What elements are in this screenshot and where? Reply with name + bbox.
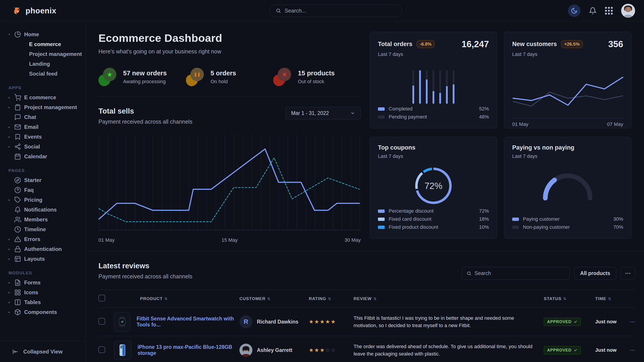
caret-right-icon: ▸ [8, 145, 14, 149]
select-all-checkbox[interactable] [98, 295, 105, 301]
avatar-image [621, 4, 635, 18]
user-avatar[interactable] [621, 4, 635, 18]
row-actions-button[interactable]: ⋯ [624, 308, 635, 336]
card-period: Last 7 days [512, 51, 623, 57]
product-link[interactable]: iPhone 13 pro max-Pacific Blue-128GB sto… [138, 344, 240, 356]
sidebar-item-tables[interactable]: ▸Tables [0, 297, 85, 307]
product-thumbnail[interactable] [114, 341, 131, 360]
bell-icon[interactable] [589, 7, 596, 14]
help-circle-icon [14, 187, 21, 193]
stat-value: 57 new orders [123, 69, 167, 77]
collapsed-view-toggle[interactable]: Collapsed View [0, 341, 85, 362]
sidebar-item-errors[interactable]: ▸Errors [0, 234, 85, 244]
sidebar-item-chat[interactable]: Chat [0, 112, 85, 122]
sidebar-item-label: Forms [24, 280, 40, 286]
sidebar-item-forms[interactable]: ▸Forms [0, 278, 85, 288]
sidebar-item-icons[interactable]: ▸Icons [0, 288, 85, 297]
column-header-rating[interactable]: RATING⇅ [309, 290, 354, 308]
sort-icon: ⇅ [563, 297, 566, 301]
card-period: Last 7 days [378, 51, 489, 57]
total-sells-subtitle: Payment received across all channels [98, 118, 192, 125]
columns-icon [14, 299, 21, 306]
top-coupons-legend: Percentage discount72%Fixed card discoun… [378, 207, 489, 231]
card-title: Top coupons [378, 144, 415, 151]
sidebar-item-members[interactable]: Members [0, 215, 85, 225]
global-search-input[interactable] [285, 7, 396, 14]
column-header-customer[interactable]: CUSTOMER⇅ [240, 290, 309, 308]
product-thumbnail[interactable] [114, 312, 130, 331]
sidebar-item-events[interactable]: ▸Events [0, 132, 85, 142]
all-products-button[interactable]: All products [574, 267, 616, 280]
sidebar-item-timeline[interactable]: Timeline [0, 225, 85, 234]
sidebar-item-label: Starter [24, 177, 42, 183]
table-row: iPhone 13 pro max-Pacific Blue-128GB sto… [98, 336, 635, 362]
caret-down-icon: ▾ [8, 32, 14, 36]
caret-right-icon: ▸ [8, 125, 14, 129]
reviews-search-input[interactable] [474, 270, 565, 276]
box-icon [14, 309, 21, 316]
sidebar-item-social[interactable]: ▸Social [0, 142, 85, 152]
row-checkbox[interactable] [98, 346, 105, 353]
column-header-status[interactable]: STATUS⇅ [544, 290, 595, 308]
column-header-review[interactable]: REVIEW⇅ [354, 290, 544, 308]
brand-logo[interactable]: phoenix [12, 6, 56, 16]
sidebar-item-layouts[interactable]: ▸Layouts [0, 254, 85, 264]
theme-toggle-button[interactable] [568, 4, 580, 17]
sidebar-item-email[interactable]: ▸Email [0, 122, 85, 132]
check-icon [574, 348, 577, 352]
sidebar-item-label: Components [24, 309, 57, 315]
sidebar-item-components[interactable]: ▸Components [0, 307, 85, 317]
column-header-time[interactable]: TIME⇅ [595, 290, 624, 308]
moon-icon [571, 7, 578, 14]
brand-name: phoenix [26, 6, 56, 15]
latest-reviews-title: Latest reviews [98, 262, 192, 270]
new-customers-line-chart [512, 64, 623, 118]
legend-row: Fixed card discount18% [378, 215, 489, 223]
sidebar-item-project-management[interactable]: ▸Project management [0, 102, 85, 112]
reviews-search[interactable] [462, 267, 570, 280]
sidebar-subitem-e-commerce[interactable]: E commerce [0, 39, 85, 49]
bar-fill [412, 85, 414, 104]
bar-fill [439, 93, 441, 104]
card-period: Last 7 days [378, 153, 489, 159]
total-orders-bar-chart [378, 68, 489, 104]
paying-gauge-svg [540, 168, 596, 202]
caret-right-icon: ▸ [8, 300, 14, 304]
sidebar-item-label: Calendar [24, 153, 47, 160]
sidebar-item-e-commerce[interactable]: ▸E commerce [0, 93, 85, 102]
row-checkbox[interactable] [98, 318, 105, 325]
sidebar-subitem-label: Social feed [29, 71, 58, 77]
sidebar-item-starter[interactable]: Starter [0, 175, 85, 185]
card-title: Paying vs non paying [512, 144, 574, 151]
legend-value: 72% [479, 208, 489, 214]
column-header-product[interactable]: PRODUCT⇅ [114, 290, 240, 308]
sidebar-item-authentication[interactable]: ▸Authentication [0, 244, 85, 254]
sidebar-subitem-label: Landing [29, 61, 50, 67]
x-icon: ✕ [273, 67, 292, 86]
product-link[interactable]: Fitbit Sense Advanced Smartwatch with To… [136, 316, 240, 328]
row-actions-button[interactable]: ⋯ [624, 336, 635, 362]
shopping-cart-icon [14, 94, 21, 101]
stat-value: 5 orders [210, 69, 236, 77]
legend-row: Completed52% [378, 105, 489, 113]
sidebar-item-notifications[interactable]: Notifications [0, 205, 85, 215]
sidebar-item-pricing[interactable]: ▸Pricing [0, 195, 85, 205]
sidebar-item-faq[interactable]: Faq [0, 185, 85, 195]
sidebar-subitem-landing[interactable]: Landing [0, 59, 85, 69]
search-icon [276, 8, 281, 14]
legend-label: Fixed product discount [389, 224, 438, 230]
sidebar-item-home[interactable]: ▾Home [0, 29, 85, 39]
main-content: Ecommerce Dashboard Here's what's going … [86, 21, 644, 362]
sidebar-item-calendar[interactable]: Calendar [0, 152, 85, 161]
legend-label: Pending payment [389, 114, 427, 120]
sidebar-subitem-project-management[interactable]: Project management [0, 49, 85, 59]
x-axis-tick: 30 May [344, 237, 361, 243]
legend-value: 52% [479, 106, 489, 112]
x-axis-tick: 01 May [512, 121, 528, 127]
caret-right-icon: ▸ [8, 257, 14, 261]
more-options-button[interactable]: ⋯ [621, 267, 635, 280]
sidebar-subitem-social-feed[interactable]: Social feed [0, 69, 85, 79]
date-range-select[interactable]: Mar 1 - 31, 2022 [286, 107, 361, 119]
apps-grid-icon[interactable] [605, 7, 613, 14]
global-search[interactable] [270, 4, 402, 17]
